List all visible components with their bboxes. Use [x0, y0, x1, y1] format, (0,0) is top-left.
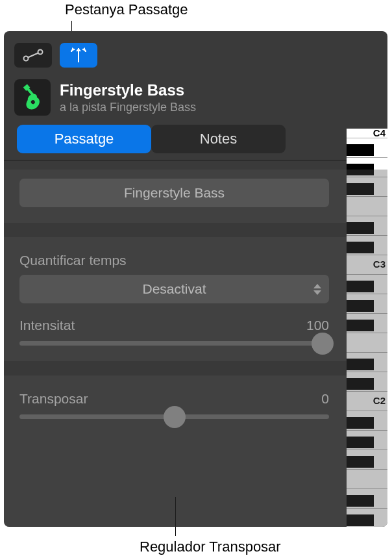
- svg-line-2: [28, 53, 38, 58]
- tabs: Passatge Notes: [4, 125, 302, 153]
- editor-panel: Fingerstyle Bass a la pista Fingerstyle …: [4, 31, 387, 527]
- tab-notes[interactable]: Notes: [151, 125, 286, 153]
- svg-marker-13: [313, 290, 321, 295]
- svg-marker-6: [82, 47, 85, 51]
- divider: [4, 223, 387, 237]
- track-instrument-icon[interactable]: [14, 79, 51, 116]
- strength-slider[interactable]: [19, 341, 329, 346]
- automation-icon: [22, 48, 44, 62]
- svg-point-0: [24, 57, 29, 61]
- track-title: Fingerstyle Bass: [60, 81, 196, 99]
- chevron-up-down-icon: [313, 284, 321, 295]
- quantize-value: Desactivat: [142, 281, 206, 297]
- callout-bottom-label: Regulador Transposar: [140, 539, 281, 555]
- catch-playhead-button[interactable]: [60, 43, 97, 68]
- svg-point-1: [38, 50, 43, 55]
- strength-label: Intensitat: [19, 318, 75, 333]
- divider: [4, 160, 387, 160]
- transpose-value: 0: [321, 391, 329, 407]
- bass-guitar-icon: [18, 82, 47, 112]
- transpose-slider[interactable]: [19, 414, 329, 419]
- catch-playhead-icon: [69, 47, 88, 64]
- quantize-dropdown[interactable]: Desactivat: [19, 275, 329, 303]
- piano-label-c4: C4: [373, 127, 386, 138]
- track-header: Fingerstyle Bass a la pista Fingerstyle …: [4, 74, 387, 125]
- quantize-group: Quantificar temps Desactivat Intensitat …: [4, 237, 345, 361]
- automation-button[interactable]: [14, 43, 52, 68]
- piano-ruler[interactable]: C4 C3 C2: [347, 129, 387, 527]
- track-subtitle: a la pista Fingerstyle Bass: [60, 101, 196, 114]
- divider: [4, 361, 387, 375]
- callout-top-label: Pestanya Passatge: [65, 1, 188, 18]
- region-name-field[interactable]: Fingerstyle Bass: [19, 179, 329, 207]
- slider-knob[interactable]: [312, 333, 334, 355]
- svg-marker-5: [72, 47, 75, 51]
- piano-label-c3: C3: [373, 259, 386, 270]
- callout-line: [175, 497, 176, 536]
- transpose-label: Transposar: [19, 391, 88, 407]
- transpose-group: Transposar 0: [4, 375, 345, 435]
- strength-value: 100: [306, 318, 329, 333]
- quantize-label: Quantificar temps: [19, 253, 329, 268]
- toolbar: [4, 31, 387, 74]
- slider-knob[interactable]: [164, 406, 186, 428]
- tab-region[interactable]: Passatge: [17, 125, 151, 153]
- svg-marker-12: [313, 284, 321, 288]
- svg-marker-4: [76, 48, 81, 51]
- piano-label-c2: C2: [373, 395, 386, 406]
